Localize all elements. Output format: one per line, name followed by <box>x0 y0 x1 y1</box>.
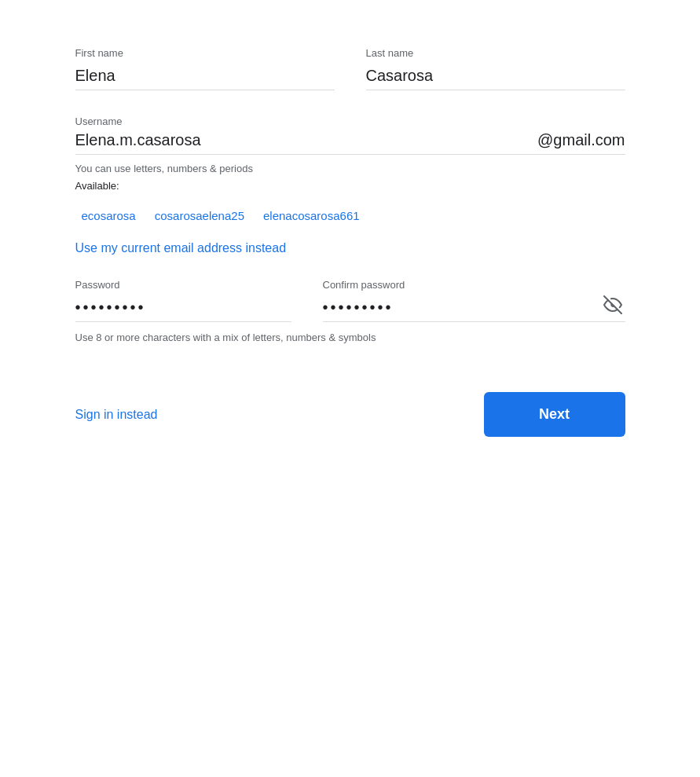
username-section: Username @gmail.com You can use letters,… <box>75 114 625 192</box>
username-row: @gmail.com <box>75 128 625 155</box>
toggle-password-visibility-icon[interactable] <box>600 295 625 321</box>
password-row: Password Confirm password <box>75 279 625 322</box>
next-button[interactable]: Next <box>484 392 625 437</box>
password-input[interactable] <box>75 295 291 322</box>
suggestion-chip-0[interactable]: ecosarosa <box>75 206 142 225</box>
username-input[interactable] <box>75 128 535 149</box>
suggestion-chip-1[interactable]: cosarosaelena25 <box>148 206 251 225</box>
gmail-suffix: @gmail.com <box>537 131 625 149</box>
confirm-password-input[interactable] <box>323 295 600 321</box>
first-name-group: First name <box>75 47 335 90</box>
last-name-input[interactable] <box>366 64 625 90</box>
use-email-link[interactable]: Use my current email address instead <box>75 241 625 255</box>
last-name-group: Last name <box>366 47 625 90</box>
signup-form: First name Last name Username @gmail.com… <box>28 31 673 468</box>
available-label: Available: <box>75 180 625 192</box>
first-name-input[interactable] <box>75 64 335 90</box>
name-row: First name Last name <box>75 47 625 90</box>
bottom-row: Sign in instead Next <box>75 392 625 437</box>
username-hint: You can use letters, numbers & periods <box>75 161 625 177</box>
password-group: Password <box>75 279 291 322</box>
password-hint: Use 8 or more characters with a mix of l… <box>75 330 625 346</box>
confirm-input-wrapper <box>323 295 625 322</box>
username-label: Username <box>75 115 123 127</box>
suggestion-chip-2[interactable]: elenacosarosa661 <box>257 206 366 225</box>
suggestions-row: ecosarosa cosarosaelena25 elenacosarosa6… <box>75 206 625 225</box>
password-label: Password <box>75 279 291 291</box>
sign-in-link[interactable]: Sign in instead <box>75 408 158 422</box>
confirm-password-label: Confirm password <box>323 279 625 291</box>
confirm-password-group: Confirm password <box>323 279 625 322</box>
first-name-label: First name <box>75 47 335 59</box>
last-name-label: Last name <box>366 47 625 59</box>
